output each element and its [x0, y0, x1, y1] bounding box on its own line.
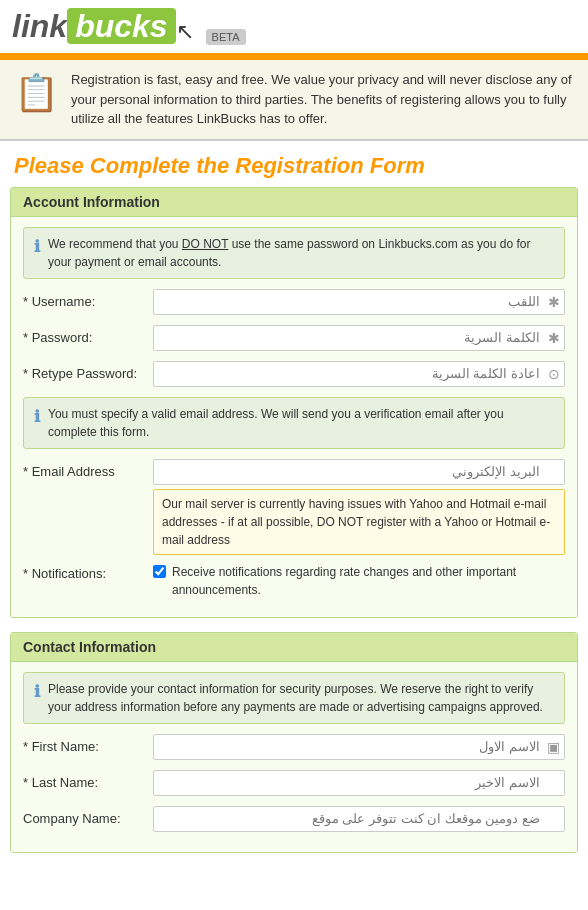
password-label: * Password: — [23, 325, 153, 345]
retype-input-container: ⊙ — [153, 361, 565, 387]
lastname-input[interactable] — [153, 770, 565, 796]
do-not-text: DO NOT — [182, 237, 228, 251]
logo-arrow-icon: ↖ — [176, 19, 194, 45]
company-input[interactable] — [153, 806, 565, 832]
retype-password-row: * Retype Password: ⊙ — [23, 361, 565, 389]
lastname-input-wrap — [153, 770, 565, 796]
email-warning-box: Our mail server is currently having issu… — [153, 489, 565, 555]
firstname-input-container: ▣ — [153, 734, 565, 760]
username-input-wrap: ✱ — [153, 289, 565, 315]
lastname-row: * Last Name: — [23, 770, 565, 798]
email-info-text: You must specify a valid email address. … — [48, 405, 554, 441]
retype-icon: ⊙ — [548, 366, 560, 382]
contact-info-text: Please provide your contact information … — [48, 680, 554, 716]
notifications-check-wrap: Receive notifications regarding rate cha… — [153, 563, 565, 599]
notifications-checkbox[interactable] — [153, 565, 166, 578]
firstname-row: * First Name: ▣ — [23, 734, 565, 762]
password-input-container: ✱ — [153, 325, 565, 351]
account-section: Account Information ℹ We recommend that … — [10, 187, 578, 618]
intro-text: Registration is fast, easy and free. We … — [71, 70, 574, 129]
password-warning-box: ℹ We recommend that you DO NOT use the s… — [23, 227, 565, 279]
contact-section-header: Contact Information — [11, 633, 577, 662]
email-input[interactable] — [153, 459, 565, 485]
password-input-wrap: ✱ — [153, 325, 565, 351]
retype-input-wrap: ⊙ — [153, 361, 565, 387]
password-input[interactable] — [153, 325, 565, 351]
username-row: * Username: ✱ — [23, 289, 565, 317]
retype-label: * Retype Password: — [23, 361, 153, 381]
email-label: * Email Address — [23, 459, 153, 479]
firstname-icon: ▣ — [547, 739, 560, 755]
lastname-label: * Last Name: — [23, 770, 153, 790]
page-title: Please Complete the Registration Form — [0, 141, 588, 187]
company-label: Company Name: — [23, 806, 153, 826]
username-input-container: ✱ — [153, 289, 565, 315]
logo: linkbucks ↖ BETA — [12, 8, 246, 45]
email-right-col: Our mail server is currently having issu… — [153, 459, 565, 555]
info-icon-1: ℹ — [34, 235, 40, 259]
account-section-body: ℹ We recommend that you DO NOT use the s… — [11, 217, 577, 617]
beta-badge: BETA — [206, 29, 246, 45]
username-input[interactable] — [153, 289, 565, 315]
header: linkbucks ↖ BETA — [0, 0, 588, 56]
email-row: * Email Address Our mail server is curre… — [23, 459, 565, 555]
firstname-input-wrap: ▣ — [153, 734, 565, 760]
password-warning-text: We recommend that you DO NOT use the sam… — [48, 235, 554, 271]
notifications-label: * Notifications: — [23, 563, 153, 581]
intro-section: 📋 Registration is fast, easy and free. W… — [0, 60, 588, 141]
username-label: * Username: — [23, 289, 153, 309]
notifications-row: * Notifications: Receive notifications r… — [23, 563, 565, 599]
email-info-box: ℹ You must specify a valid email address… — [23, 397, 565, 449]
company-input-wrap — [153, 806, 565, 832]
firstname-label: * First Name: — [23, 734, 153, 754]
contact-info-box: ℹ Please provide your contact informatio… — [23, 672, 565, 724]
username-required-icon: ✱ — [548, 294, 560, 310]
contact-section-body: ℹ Please provide your contact informatio… — [11, 662, 577, 852]
info-icon-2: ℹ — [34, 405, 40, 429]
company-input-container — [153, 806, 565, 832]
company-row: Company Name: — [23, 806, 565, 834]
lastname-input-container — [153, 770, 565, 796]
intro-clipboard-icon: 📋 — [14, 72, 59, 114]
account-section-header: Account Information — [11, 188, 577, 217]
retype-input[interactable] — [153, 361, 565, 387]
password-row: * Password: ✱ — [23, 325, 565, 353]
password-required-icon: ✱ — [548, 330, 560, 346]
logo-link-text: linkbucks — [12, 8, 176, 45]
contact-section: Contact Information ℹ Please provide you… — [10, 632, 578, 853]
notifications-text: Receive notifications regarding rate cha… — [172, 563, 565, 599]
firstname-input[interactable] — [153, 734, 565, 760]
info-icon-3: ℹ — [34, 680, 40, 704]
